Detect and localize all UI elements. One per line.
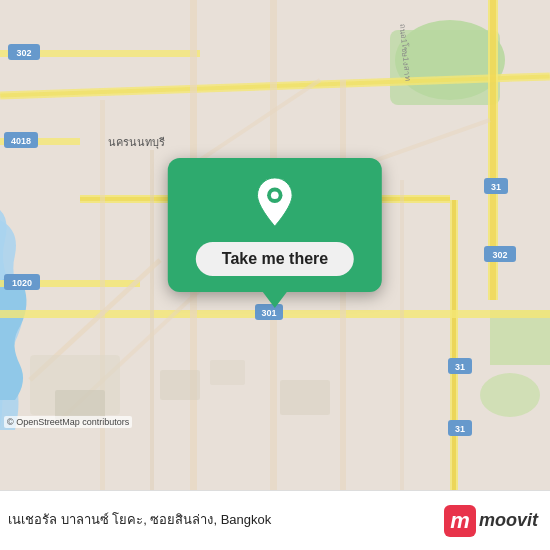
map-attribution: © OpenStreetMap contributors <box>4 416 132 428</box>
svg-rect-49 <box>210 360 245 385</box>
svg-text:302: 302 <box>492 250 507 260</box>
moovit-wordmark: moovit <box>479 510 538 531</box>
moovit-logo: m moovit <box>444 505 538 537</box>
svg-rect-9 <box>452 200 456 490</box>
location-pin-icon <box>253 176 297 228</box>
bottom-bar: เนเชอรัล บาลานซ์ โยคะ, ซอยสินล่าง, Bangk… <box>0 490 550 550</box>
map-view: 302 4018 1020 306 301 31 302 31 31 นครนน… <box>0 0 550 490</box>
svg-rect-19 <box>100 100 105 490</box>
svg-text:31: 31 <box>455 424 465 434</box>
svg-text:301: 301 <box>261 308 276 318</box>
take-me-there-button[interactable]: Take me there <box>196 242 354 276</box>
svg-point-53 <box>271 191 279 199</box>
svg-rect-20 <box>150 150 154 490</box>
svg-point-51 <box>480 373 540 417</box>
svg-text:1020: 1020 <box>12 278 32 288</box>
popup-card: Take me there <box>168 158 382 292</box>
svg-text:302: 302 <box>16 48 31 58</box>
svg-text:31: 31 <box>491 182 501 192</box>
svg-rect-48 <box>160 370 200 400</box>
moovit-letter-icon: m <box>444 505 476 537</box>
place-name: เนเชอรัล บาลานซ์ โยคะ, ซอยสินล่าง, Bangk… <box>8 512 434 529</box>
svg-text:นครนนทบุรี: นครนนทบุรี <box>108 136 165 149</box>
location-popup: Take me there <box>168 158 382 308</box>
svg-rect-21 <box>400 180 404 490</box>
svg-text:4018: 4018 <box>11 136 31 146</box>
svg-rect-50 <box>280 380 330 415</box>
popup-tail <box>263 292 287 308</box>
svg-text:31: 31 <box>455 362 465 372</box>
svg-rect-3 <box>490 310 550 365</box>
